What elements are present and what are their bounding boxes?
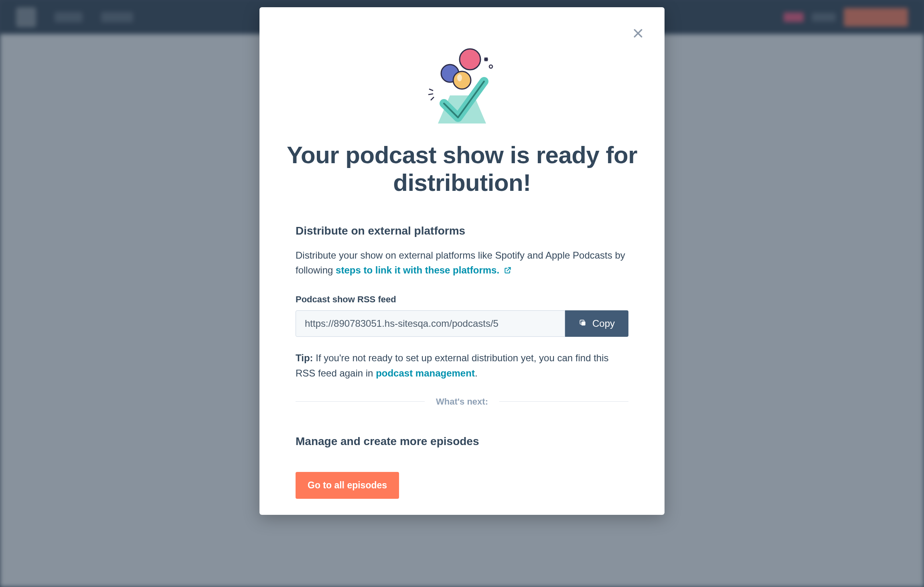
podcast-management-link[interactable]: podcast management xyxy=(376,368,475,379)
distribute-heading: Distribute on external platforms xyxy=(296,225,628,237)
distribute-steps-link-text: steps to link it with these platforms. xyxy=(336,265,499,275)
svg-rect-8 xyxy=(582,322,586,326)
svg-point-6 xyxy=(457,74,462,81)
modal-title: Your podcast show is ready for distribut… xyxy=(284,141,640,196)
tip-label: Tip: xyxy=(296,352,313,363)
celebration-illustration xyxy=(426,43,498,132)
whats-next-divider: What's next: xyxy=(296,397,628,407)
external-link-icon xyxy=(504,263,512,278)
distribute-steps-link[interactable]: steps to link it with these platforms. xyxy=(336,265,512,275)
copy-icon xyxy=(579,318,587,329)
go-to-episodes-button[interactable]: Go to all episodes xyxy=(296,472,399,499)
svg-point-7 xyxy=(489,65,492,68)
podcast-management-link-text: podcast management xyxy=(376,368,475,379)
go-to-episodes-label: Go to all episodes xyxy=(308,480,387,490)
whats-next-label: What's next: xyxy=(425,397,499,407)
rss-feed-input[interactable] xyxy=(296,310,565,337)
podcast-ready-modal: Your podcast show is ready for distribut… xyxy=(259,7,665,515)
manage-heading: Manage and create more episodes xyxy=(296,435,628,448)
tip-text: Tip: If you're not ready to set up exter… xyxy=(296,350,628,380)
distribute-body: Distribute your show on external platfor… xyxy=(296,248,628,278)
svg-point-5 xyxy=(453,71,471,89)
copy-button-label: Copy xyxy=(592,318,615,329)
rss-row: Copy xyxy=(296,310,628,337)
tip-suffix: . xyxy=(475,368,478,379)
rss-label: Podcast show RSS feed xyxy=(296,294,628,305)
copy-button[interactable]: Copy xyxy=(565,310,628,337)
close-button[interactable] xyxy=(628,24,648,43)
close-icon xyxy=(632,27,644,40)
svg-point-4 xyxy=(460,49,480,70)
